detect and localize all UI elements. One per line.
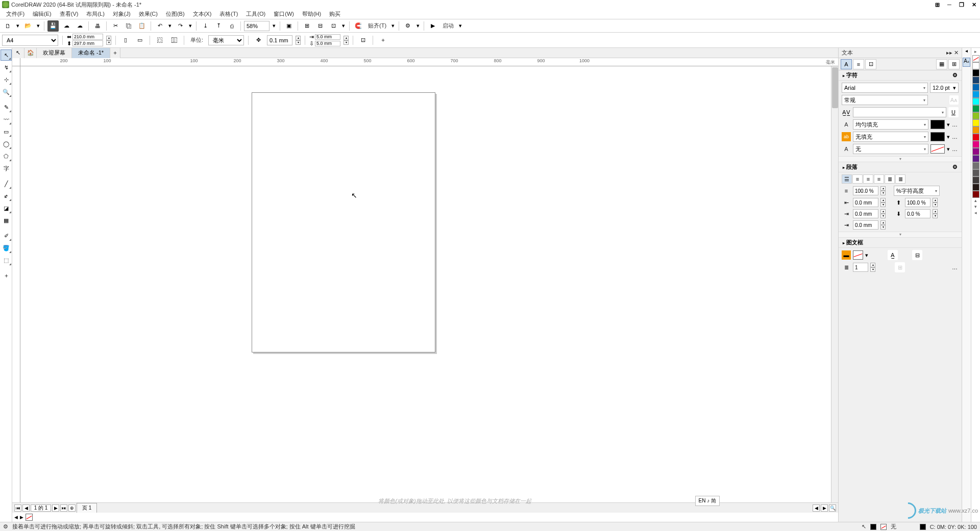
outline-color-chip[interactable] [930, 144, 945, 154]
snap-label[interactable]: 贴齐(T) [366, 22, 388, 30]
cut-button[interactable]: ✂ [110, 20, 121, 32]
artistic-media-tool[interactable]: 〰 [1, 114, 12, 125]
doc-palette-right[interactable]: ▶ [20, 515, 23, 520]
copy-button[interactable]: ⿻ [123, 20, 134, 32]
docked-text-tab[interactable]: Aₐ [963, 58, 970, 67]
menu-edit[interactable]: 编辑(E) [29, 9, 56, 19]
font-size-select[interactable]: 12.0 pt▾ [930, 83, 959, 93]
doc-palette-none[interactable] [26, 514, 33, 521]
scrollbar-vertical[interactable] [831, 66, 838, 502]
portrait-button[interactable]: ▯ [120, 35, 131, 46]
options-button[interactable]: ⚙ [402, 20, 413, 32]
crop-tool[interactable]: ⊹ [1, 74, 12, 85]
indent-right-spinner[interactable]: ▴▾ [880, 209, 886, 218]
space-after-input[interactable] [905, 209, 930, 218]
add-preset-button[interactable]: ＋ [377, 35, 388, 46]
menu-table[interactable]: 表格(T) [215, 9, 242, 19]
redo-dropdown[interactable]: ▾ [188, 20, 193, 32]
cloud-down-button[interactable]: ☁ [74, 20, 85, 32]
tab-character[interactable]: A [841, 59, 852, 69]
launch-icon[interactable]: ▶ [427, 20, 438, 32]
tab-paragraph[interactable]: ≡ [853, 59, 864, 69]
fill-tool[interactable]: 🪣 [1, 242, 12, 254]
transparency-tool[interactable]: ▦ [1, 215, 12, 226]
smallcaps-icon[interactable]: Aᴀ [949, 95, 959, 105]
pick-tool[interactable]: ↖ [1, 49, 12, 61]
baseline-grid-button[interactable]: ⊟ [912, 250, 922, 260]
eyedropper-tool[interactable]: ✐ [1, 230, 12, 241]
new-button[interactable]: 🗋 [2, 20, 13, 32]
tab-document[interactable]: 未命名 -1* [72, 48, 110, 58]
guidelines-button[interactable]: ⊡ [328, 20, 339, 32]
columns-input[interactable] [853, 263, 868, 272]
bg-fill-select[interactable]: 无填充▾ [853, 132, 928, 142]
snap-dropdown[interactable]: ▾ [390, 20, 396, 32]
page-tab-1[interactable]: 页 1 [77, 503, 97, 513]
status-gear-icon[interactable]: ⚙ [3, 523, 8, 530]
font-family-select[interactable]: Arial▾ [842, 83, 928, 93]
canvas[interactable]: ↖ [20, 66, 838, 502]
align-right[interactable]: ≡ [874, 174, 884, 184]
rulers-button[interactable]: ⊞ [301, 20, 312, 32]
indent-first-input[interactable] [853, 220, 878, 230]
palette-swatch-9[interactable] [972, 127, 979, 134]
kerning-select[interactable]: ▾ [853, 107, 946, 117]
home-tab-pick[interactable]: ↖ [12, 48, 24, 58]
page-preset-select[interactable]: A4 [2, 35, 58, 46]
menu-file[interactable]: 文件(F) [2, 9, 29, 19]
palette-none[interactable] [972, 55, 979, 62]
frame-bg-chip[interactable] [853, 250, 863, 260]
dup-x-input[interactable] [315, 34, 340, 40]
language-indicator[interactable]: EN ♪ 简 [695, 496, 720, 506]
palette-swatch-5[interactable] [972, 98, 979, 105]
menu-window[interactable]: 窗口(W) [270, 9, 298, 19]
connector-tool[interactable]: ⸙ [1, 190, 12, 201]
redo-button[interactable]: ↷ [175, 20, 186, 32]
menu-help[interactable]: 帮助(H) [298, 9, 325, 19]
tab-aux2[interactable]: ⊞ [948, 59, 960, 69]
palette-swatch-15[interactable] [972, 169, 979, 176]
zoom-tool[interactable]: 🔍 [1, 86, 12, 97]
close-button[interactable]: ✕ [970, 1, 978, 9]
indent-first-spinner[interactable]: ▴▾ [880, 220, 886, 230]
tab-frame[interactable]: ⊡ [865, 59, 876, 69]
save-button[interactable]: 💾 [47, 20, 59, 32]
rectangle-tool[interactable]: ▭ [1, 126, 12, 137]
menu-bitmap[interactable]: 位图(B) [162, 9, 189, 19]
print-button[interactable]: 🖶 [92, 20, 103, 32]
outline-select[interactable]: 无▾ [853, 144, 928, 154]
polygon-tool[interactable]: ⬠ [1, 150, 12, 162]
palette-menu[interactable]: ▸ [974, 49, 977, 55]
column-settings-button[interactable]: ⊞ [895, 262, 905, 272]
menu-tools[interactable]: 工具(O) [242, 9, 270, 19]
publish-button[interactable]: ⎙ [226, 20, 237, 32]
text-tool[interactable]: 字 [1, 163, 12, 174]
home-tab-house[interactable]: 🏠 [24, 48, 37, 58]
palette-swatch-10[interactable] [972, 134, 979, 141]
para-options[interactable]: ⚙ [952, 164, 958, 170]
dup-spinner[interactable]: ▴▾ [344, 36, 349, 45]
bg-color-chip[interactable] [930, 132, 945, 141]
indent-left-spinner[interactable]: ▴▾ [880, 198, 886, 207]
launch-dropdown[interactable]: ▾ [458, 20, 463, 32]
page-height-input[interactable] [72, 40, 103, 46]
minimize-button[interactable]: ─ [945, 1, 953, 9]
ruler-horizontal[interactable]: 200 100 100 200 300 400 500 600 700 800 … [20, 58, 838, 66]
menu-text[interactable]: 文本(X) [189, 9, 216, 19]
palette-swatch-18[interactable] [972, 191, 979, 198]
tab-welcome[interactable]: 欢迎屏幕 [37, 48, 72, 58]
new-dropdown[interactable]: ▾ [15, 20, 20, 32]
palette-swatch-3[interactable] [972, 84, 979, 91]
menu-object[interactable]: 对象(J) [109, 9, 135, 19]
menu-buy[interactable]: 购买 [325, 9, 345, 19]
palette-swatch-17[interactable] [972, 184, 979, 191]
page[interactable] [252, 92, 435, 352]
maximize-button[interactable]: ❐ [958, 1, 966, 9]
line-spacing-input[interactable] [853, 186, 878, 195]
ellipse-tool[interactable]: ◯ [1, 138, 12, 149]
palette-swatch-7[interactable] [972, 112, 979, 119]
space-after-spinner[interactable]: ▴▾ [933, 209, 938, 218]
scroll-right[interactable]: ▶ [821, 504, 828, 512]
para-collapse[interactable]: ▾ [839, 232, 962, 238]
drop-shadow-tool[interactable]: ◪ [1, 203, 12, 214]
